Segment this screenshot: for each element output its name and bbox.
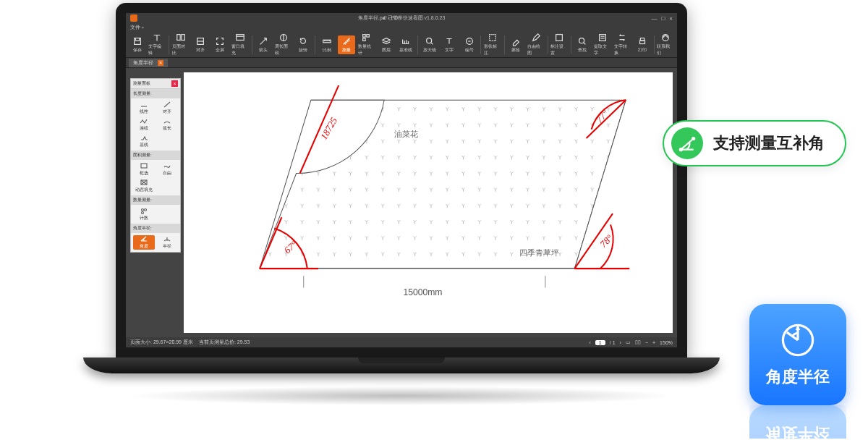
pager-prev-icon[interactable]: ‹: [590, 340, 591, 345]
layout-single-icon[interactable]: ▭: [626, 339, 631, 345]
svg-rect-16: [639, 41, 644, 43]
measure-tool-ang[interactable]: 角度: [133, 235, 155, 250]
tool-convert[interactable]: 文字转换: [614, 33, 631, 56]
svg-rect-8: [367, 35, 370, 38]
titlebar: 角度半径.pdf - PDF 快速看图 v1.8.0.23 ▲ 已登录 — □ …: [126, 13, 677, 23]
measure-tool-poly[interactable]: 连续: [133, 117, 155, 132]
tool-window-fill[interactable]: 窗口填充: [231, 33, 248, 56]
tool-rotate[interactable]: 旋转: [294, 36, 311, 54]
canvas[interactable]: 77° 67° 78° 18725: [184, 72, 673, 333]
feature-card-label: 角度半径: [766, 366, 830, 388]
tab-label: 角度半径: [133, 59, 153, 67]
measure-tool-rect[interactable]: 框选: [133, 162, 155, 177]
tool-text2[interactable]: 文字: [441, 36, 457, 54]
tool-label: 图层: [382, 47, 391, 54]
tool-compare[interactable]: 比例: [318, 36, 335, 54]
tool-arrow[interactable]: 箭头: [255, 36, 272, 54]
svg-rect-1: [176, 35, 179, 41]
page-layout-icon: [176, 33, 186, 43]
tool-label: 窗口填充: [231, 43, 248, 56]
layout-double-icon[interactable]: ▯▯: [635, 339, 641, 345]
tool-print[interactable]: 打印: [634, 36, 650, 54]
measure-tool-free[interactable]: 自由: [157, 162, 179, 177]
mini-label: 线性: [140, 109, 148, 115]
tool-freedraw[interactable]: 自由绘图: [527, 33, 544, 56]
tool-label: 旋转: [299, 47, 307, 54]
tool-magnify[interactable]: 放大镜: [421, 36, 438, 54]
measure-tool-fill[interactable]: 动态填充: [133, 179, 155, 193]
tool-align[interactable]: 对齐: [192, 36, 208, 54]
close-button[interactable]: ×: [669, 15, 673, 22]
laptop-shadow: [127, 386, 676, 405]
tool-label: 查找: [578, 47, 587, 54]
mini-label: 动态填充: [135, 187, 153, 193]
svg-point-22: [144, 209, 146, 211]
svg-point-36: [692, 138, 694, 140]
tool-erase[interactable]: 擦除: [508, 36, 524, 54]
maximize-button[interactable]: □: [661, 15, 665, 22]
measure-tool-align[interactable]: 对齐: [157, 101, 179, 115]
tool-baseline[interactable]: 基准线: [398, 36, 414, 54]
tool-label: 文字: [445, 47, 454, 54]
status-page-size: 页面大小: 29.67×20.99 厘米: [130, 339, 193, 346]
baseline-icon: [401, 36, 411, 46]
rotate-icon: [298, 36, 308, 46]
measure-tool-rad[interactable]: 半径: [157, 235, 179, 250]
zoom-out-icon[interactable]: −: [645, 340, 648, 345]
tool-stats[interactable]: 数量统计: [358, 33, 375, 56]
search-icon: [577, 36, 587, 46]
pager-current[interactable]: 1: [595, 340, 605, 345]
feature-card[interactable]: 角度半径: [749, 304, 846, 405]
tab-doc[interactable]: 角度半径 ×: [129, 59, 168, 67]
panel-section-header: 面积测量:: [131, 151, 180, 160]
tool-shape-mark[interactable]: 形状标注: [484, 33, 501, 56]
tool-search[interactable]: 查找: [574, 36, 591, 54]
tool-page-layout[interactable]: 页面对比: [172, 33, 189, 56]
tool-label: 数量统计: [358, 43, 375, 56]
file-menu[interactable]: 文件 ▾: [130, 24, 144, 31]
minimize-button[interactable]: —: [651, 15, 657, 22]
svg-rect-12: [490, 35, 496, 41]
svg-rect-19: [141, 164, 147, 168]
arrow-icon: [258, 36, 268, 46]
panel-close-icon[interactable]: ×: [171, 80, 178, 87]
feature-card-wrap: 角度半径 角度半径: [749, 304, 846, 439]
tool-measure[interactable]: 测量: [338, 35, 354, 54]
login-status[interactable]: ▲ 已登录: [381, 14, 403, 22]
measure-icon: [341, 36, 352, 46]
tool-revise[interactable]: 编号: [461, 36, 477, 54]
tool-label: 全屏: [216, 47, 224, 54]
tool-label: 标注设置: [550, 43, 567, 56]
pager-next-icon[interactable]: ›: [620, 340, 621, 345]
tool-text-edit[interactable]: 文字编辑: [148, 33, 165, 56]
measure-tool-cnt[interactable]: 计数: [133, 207, 155, 221]
tool-label: 编号: [465, 47, 474, 54]
tool-extract[interactable]: 提取文字: [594, 33, 610, 56]
measure-tool-base[interactable]: 基线: [133, 134, 155, 148]
tool-label: 文字转换: [614, 43, 631, 56]
mini-label: 半径: [163, 243, 171, 250]
tab-close-icon[interactable]: ×: [158, 60, 163, 66]
tool-support[interactable]: 联系我们: [657, 33, 673, 56]
tool-clip-set[interactable]: 标注设置: [550, 33, 567, 56]
tool-label: 对齐: [196, 47, 205, 54]
measure-tool-line[interactable]: 线性: [133, 101, 155, 115]
text2-icon: [444, 36, 454, 46]
panel-section-header: 长度测量:: [131, 89, 180, 98]
freedraw-icon: [531, 33, 541, 43]
line-width-icon: [278, 33, 289, 43]
tool-layers[interactable]: 图层: [378, 36, 394, 54]
toolbar: 保存文字编辑页面对比对齐全屏窗口填充箭头周长面积旋转比例测量数量统计图层基准线放…: [126, 32, 677, 58]
toolbar-separator: [654, 35, 655, 54]
tool-save[interactable]: 保存: [129, 36, 145, 54]
line-icon: [140, 101, 148, 108]
tool-line-width[interactable]: 周长面积: [275, 33, 292, 56]
svg-rect-4: [237, 35, 244, 41]
mini-label: 框选: [140, 170, 148, 177]
svg-rect-17: [640, 38, 644, 41]
tool-full[interactable]: 全屏: [212, 36, 229, 54]
measure-tool-arc[interactable]: 弧长: [157, 117, 179, 132]
tool-label: 保存: [133, 47, 142, 54]
support-icon: [660, 33, 671, 43]
zoom-in-icon[interactable]: +: [652, 340, 655, 345]
